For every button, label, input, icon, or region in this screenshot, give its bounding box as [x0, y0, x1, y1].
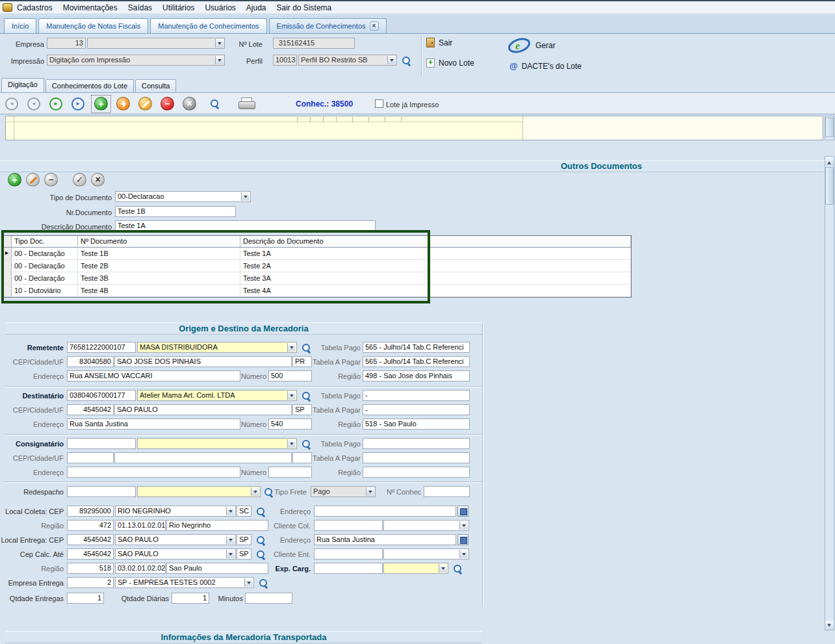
exp-carg-field[interactable] [314, 563, 383, 574]
outros-cancel-button[interactable] [91, 173, 105, 187]
perfil-search-icon[interactable] [401, 55, 412, 66]
grid-cell[interactable]: Teste 1B [78, 248, 240, 259]
empresa-entrega-combo[interactable]: SP - EMPRESA TESTES 0002 [115, 577, 254, 588]
destinatario-regiao-field[interactable]: 518 - Sao Paulo [363, 419, 470, 430]
grid-row[interactable]: 00 - Declaração Teste 1B Teste 1A [3, 248, 631, 260]
chevron-down-icon[interactable] [439, 564, 447, 573]
grid-cell[interactable]: 00 - Declaração [12, 260, 78, 272]
coleta-uf-field[interactable]: SC [237, 506, 251, 517]
endereco-entrega-field[interactable]: Rua Santa Justina [314, 534, 456, 545]
tab-manutencao-notas-fiscais[interactable]: Manutenção de Notas Fiscais [38, 18, 148, 33]
consignatario-tabela-pago-field[interactable] [363, 438, 470, 449]
grid-cell[interactable]: Teste 2A [240, 260, 631, 272]
consignatario-endereco-field[interactable] [67, 467, 240, 478]
grid-cell[interactable]: Teste 3B [78, 272, 240, 284]
destinatario-tabela-pago-field[interactable]: - [363, 390, 470, 401]
menu-item-usuarios[interactable]: Usuários [205, 3, 235, 12]
entrega-cep-field[interactable]: 4545042 [67, 534, 114, 545]
chevron-down-icon[interactable] [226, 507, 235, 515]
chevron-down-icon[interactable] [366, 487, 374, 496]
grid-cell[interactable]: Teste 4A [240, 285, 631, 296]
chevron-down-icon[interactable] [287, 343, 296, 352]
consignatario-cidade-field[interactable] [114, 452, 292, 463]
gerar-button[interactable]: e Gerar [507, 36, 556, 55]
sair-button[interactable]: Sair [426, 38, 452, 47]
endereco-entrega-action-button[interactable] [457, 534, 469, 545]
consignatario-tabela-a-pagar-field[interactable] [363, 452, 470, 463]
endereco-coleta-field[interactable] [314, 506, 456, 517]
tipo-documento-combo[interactable]: 00-Declaracao [115, 191, 251, 202]
exp-carg-combo[interactable] [383, 563, 448, 574]
coleta-cep-field[interactable]: 89295000 [67, 506, 114, 517]
last-record-icon[interactable] [71, 97, 84, 110]
chevron-down-icon[interactable] [287, 391, 296, 400]
subtab-consulta[interactable]: Consulta [135, 79, 176, 92]
coleta-cidade-combo[interactable]: RIO NEGRINHO [115, 506, 236, 517]
destinatario-nome-combo[interactable]: Atelier Mama Art. Coml. LTDA [137, 390, 297, 401]
destinatario-cep-field[interactable]: 4545042 [67, 404, 114, 415]
next-record-icon[interactable] [49, 97, 62, 110]
coleta-regiao-codigo-field[interactable]: 472 [67, 520, 114, 531]
destinatario-documento-field[interactable]: 03804067000177 [67, 390, 136, 401]
grid-column-header[interactable]: Tipo Doc. [12, 236, 78, 247]
grid-cell[interactable]: Teste 2B [78, 260, 240, 272]
cancel-record-button[interactable] [183, 97, 196, 110]
chevron-down-icon[interactable] [241, 192, 250, 201]
empresa-entrega-search-icon[interactable] [258, 578, 269, 589]
grid-column-header[interactable]: Descrição do Documento [240, 236, 631, 247]
empresa-field[interactable]: 13 [47, 38, 86, 49]
chevron-down-icon[interactable] [287, 439, 296, 448]
outros-edit-button[interactable] [26, 173, 40, 187]
conhecimento-grid-panel[interactable] [5, 116, 823, 140]
scrollbar-thumb[interactable] [825, 167, 834, 205]
cep-calc-uf-field[interactable]: SP [237, 548, 251, 560]
subtab-digitacao[interactable]: Digitação [1, 78, 44, 92]
destinatario-cidade-field[interactable]: SAO PAULO [114, 404, 292, 415]
chevron-down-icon[interactable] [226, 550, 235, 558]
grid-cell[interactable]: 00 - Declaração [12, 248, 78, 259]
chevron-down-icon[interactable] [387, 56, 396, 64]
consignatario-regiao-field[interactable] [363, 467, 470, 478]
impressao-combo[interactable]: Digitação com Impressão [47, 55, 225, 66]
remetente-documento-field[interactable]: 76581222000107 [67, 342, 136, 353]
cep-calc-field[interactable]: 4545042 [67, 548, 114, 560]
empresa-entrega-codigo-field[interactable]: 2 [67, 577, 114, 588]
menu-item-cadastros[interactable]: Cadastros [17, 3, 53, 12]
chevron-down-icon[interactable] [459, 550, 468, 558]
empresa-combo[interactable] [87, 38, 225, 49]
redespacho-nome-combo[interactable] [137, 486, 261, 497]
entrega-regiao-mapa-field[interactable]: 03.02.01.02.020 [115, 563, 166, 574]
redespacho-documento-field[interactable] [67, 486, 136, 497]
exp-carg-search-icon[interactable] [452, 563, 463, 574]
print-icon[interactable] [238, 97, 255, 110]
remetente-nome-combo[interactable]: MASA DISTRIBUIDORA [137, 342, 297, 353]
previous-record-icon[interactable] [27, 97, 40, 110]
coleta-regiao-nome-field[interactable]: Rio Negrinho [166, 520, 268, 531]
destinatario-endereco-field[interactable]: Rua Santa Justina [67, 419, 240, 430]
edit-record-button[interactable] [138, 97, 152, 110]
menu-item-sair-do-sistema[interactable]: Sair do Sistema [277, 3, 332, 12]
cliente-col-field[interactable] [314, 520, 383, 531]
chevron-down-icon[interactable] [226, 535, 235, 544]
remetente-tabela-a-pagar-field[interactable]: 565 - Julho/14 Tab.C Referenci [363, 356, 470, 367]
coleta-search-icon[interactable] [255, 506, 266, 517]
cliente-col-combo[interactable] [383, 520, 469, 531]
remetente-cidade-field[interactable]: SAO JOSE DOS PINHAIS [114, 356, 292, 367]
entrega-regiao-codigo-field[interactable]: 518 [67, 563, 114, 574]
main-scrollbar[interactable] [825, 156, 834, 630]
lote-ja-impresso-checkbox[interactable] [375, 99, 383, 108]
menu-item-utilitarios[interactable]: Utilitários [162, 3, 194, 12]
entrega-cidade-combo[interactable]: SAO PAULO [115, 534, 236, 545]
perfil-code-field[interactable]: 10013 [273, 55, 297, 66]
insert-record-button[interactable] [94, 97, 108, 110]
subtab-conhecimentos-do-lote[interactable]: Conhecimentos do Lote [45, 79, 134, 92]
grid-cell[interactable]: Teste 3A [240, 272, 631, 284]
scroll-down-button[interactable] [825, 621, 834, 630]
first-record-icon[interactable] [5, 97, 18, 110]
dacte-lote-button[interactable]: @ DACTE's do Lote [509, 61, 582, 71]
chevron-down-icon[interactable] [244, 578, 253, 587]
remetente-cep-field[interactable]: 83040580 [67, 356, 114, 367]
coleta-regiao-mapa-field[interactable]: 01.13.01.02.015 [115, 520, 166, 531]
chevron-down-icon[interactable] [459, 521, 468, 530]
descricao-documento-field[interactable]: Teste 1A [115, 220, 376, 231]
